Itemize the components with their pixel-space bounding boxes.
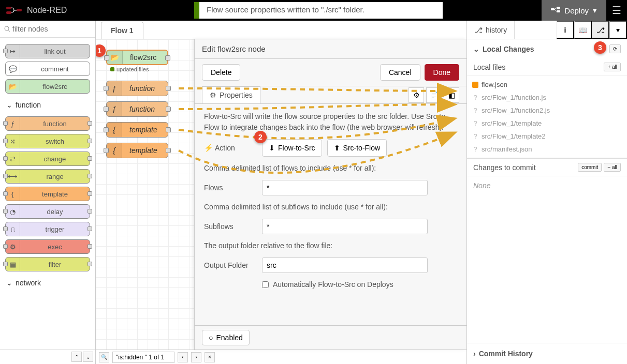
trigger-icon: ⎍ — [6, 222, 20, 236]
sidebar-help-icon-button[interactable]: 📖 — [574, 21, 592, 39]
node-appearance-icon-button[interactable]: ◧ — [444, 87, 459, 103]
search-icon-button[interactable]: 🔍 — [99, 352, 109, 362]
svg-rect-1 — [6, 11, 11, 14]
palette-node-label: link out — [20, 48, 90, 55]
node-settings-icon-button[interactable]: ⚙ — [409, 87, 424, 103]
sidebar-more-icon-button[interactable]: ▾ — [609, 21, 627, 39]
bolt-icon: ⚡ — [204, 143, 213, 154]
palette-node-label: trigger — [20, 225, 90, 233]
palette-node-range[interactable]: ⟷range — [5, 169, 90, 184]
src-to-flow-button[interactable]: ⬆Src-to-Flow — [327, 139, 387, 157]
status-dot-icon — [110, 67, 114, 71]
stage-all-button[interactable]: + all — [604, 63, 621, 71]
done-button[interactable]: Done — [425, 64, 459, 81]
palette-node-exec[interactable]: ⚙exec — [5, 239, 90, 254]
unstage-all-button[interactable]: − all — [604, 163, 621, 172]
function-icon: ƒ — [107, 81, 122, 96]
palette-node-delay[interactable]: ◔delay — [5, 204, 90, 219]
function-icon: ƒ — [107, 102, 122, 116]
editor-description: Flow-to-Src will write the flow source p… — [204, 111, 457, 133]
commit-history-header[interactable]: › Commit History — [467, 343, 627, 364]
palette-node-label: switch — [20, 138, 90, 145]
flow-to-src-button[interactable]: ⬇Flow-to-Src — [262, 139, 322, 157]
canvas-node-label: function — [122, 105, 162, 113]
branch-icon: ⎇ — [474, 26, 483, 34]
canvas-node-template-4[interactable]: {template — [106, 143, 168, 158]
file-name: src/Flow_1/template2 — [482, 132, 546, 140]
brand-title: Node-RED — [27, 6, 67, 15]
palette-category-function[interactable]: ⌄function — [3, 97, 92, 113]
palette-category-network[interactable]: ⌄network — [3, 275, 92, 291]
template-icon: { — [107, 123, 122, 137]
canvas-node-function-2[interactable]: ƒfunction — [106, 101, 168, 117]
subflows-description: Comma delimited list of subflows to incl… — [204, 202, 457, 213]
enabled-toggle-button[interactable]: ○Enabled — [202, 330, 250, 345]
sidebar-history-icon-button[interactable]: ⎇ — [592, 21, 609, 39]
app-header: Node-RED Flow source properties written … — [0, 0, 627, 21]
palette-node-filter[interactable]: ▤filter — [5, 257, 90, 271]
file-name: src/Flow_1/function2.js — [482, 107, 550, 114]
flows-input[interactable] — [262, 180, 428, 195]
close-search-button[interactable]: × — [205, 352, 215, 362]
node-editor-tray: Edit flow2src node Delete Cancel Done ⚙P… — [194, 39, 466, 350]
annotation-callout-3: 3 — [594, 41, 606, 54]
subflows-input[interactable] — [262, 219, 428, 234]
palette-node-flow2src[interactable]: 📂flow2src — [5, 79, 90, 94]
workspace-search-input[interactable] — [112, 352, 174, 363]
delete-button[interactable]: Delete — [202, 64, 240, 81]
palette-node-switch[interactable]: ⤮switch — [5, 134, 90, 148]
workspace-tabs: Flow 1 — [96, 21, 466, 39]
notification-toast: Flow source properties written to "./src… — [194, 2, 443, 19]
deploy-button[interactable]: Deploy ▾ — [542, 0, 606, 21]
new-file-icon: ? — [472, 108, 478, 114]
palette-node-link-out[interactable]: ↦link out — [5, 44, 90, 58]
file-item[interactable]: ?src/Flow_1/function2.js — [467, 104, 627, 117]
tab-properties[interactable]: ⚙Properties — [202, 86, 260, 103]
file-item[interactable]: ?src/Flow_1/template2 — [467, 130, 627, 143]
template-icon: { — [6, 187, 20, 201]
node-description-icon-button[interactable]: 📄 — [426, 87, 442, 103]
palette-node-template[interactable]: {template — [5, 187, 90, 201]
file-item[interactable]: ?src/Flow_1/function.js — [467, 91, 627, 104]
sidebar-panel: ⎇history i 📖 ⎇ ▾ 3 ⌄ Local Changes ⟳ Loc… — [466, 21, 627, 364]
sidebar-tab-history[interactable]: ⎇history — [467, 21, 515, 39]
changes-to-commit-header: Changes to commit commit − all — [467, 159, 627, 176]
palette-node-comment[interactable]: 💬comment — [5, 62, 90, 76]
palette-node-function[interactable]: ƒfunction — [5, 116, 90, 131]
palette-node-trigger[interactable]: ⎍trigger — [5, 222, 90, 236]
palette-panel: ↦link out💬comment📂flow2src ⌄function ƒfu… — [0, 21, 96, 364]
sidebar-info-icon-button[interactable]: i — [557, 21, 574, 39]
chevron-down-icon: ⌄ — [6, 101, 12, 109]
file-name: flow.json — [482, 81, 507, 88]
canvas-node-function-1[interactable]: ƒfunction — [106, 81, 168, 96]
flow-tab[interactable]: Flow 1 — [101, 22, 143, 39]
auto-deploy-checkbox-label[interactable]: Automatically Flow-to-Src on Deploys — [262, 279, 393, 290]
file-item[interactable]: flow.json — [467, 78, 627, 91]
flow2src-icon: 📂 — [107, 51, 123, 64]
cancel-button[interactable]: Cancel — [380, 64, 420, 81]
palette-node-label: function — [20, 120, 90, 128]
canvas-node-flow2src-0[interactable]: 📂flow2src — [106, 50, 168, 65]
palette-collapse-down-button[interactable]: ⌄ — [83, 352, 93, 362]
next-result-button[interactable]: › — [191, 352, 201, 362]
hamburger-menu-button[interactable]: ☰ — [606, 0, 627, 21]
output-folder-input[interactable] — [262, 257, 428, 273]
canvas-node-label: template — [122, 126, 165, 134]
canvas-node-label: template — [122, 146, 165, 155]
file-item[interactable]: ?src/manifest.json — [467, 143, 627, 156]
new-file-icon: ? — [472, 120, 478, 127]
file-item[interactable]: ?src/Flow_1/template — [467, 117, 627, 130]
svg-rect-5 — [557, 10, 560, 12]
canvas-node-template-3[interactable]: {template — [106, 122, 168, 138]
auto-deploy-checkbox[interactable] — [262, 281, 269, 288]
palette-node-change[interactable]: ⇄change — [5, 151, 90, 166]
refresh-changes-button[interactable]: ⟳ — [609, 44, 621, 53]
action-label: ⚡Action — [204, 143, 256, 154]
local-files-header: Local files + all — [467, 58, 627, 76]
palette-collapse-up-button[interactable]: ⌃ — [71, 352, 82, 362]
chevron-down-icon: ⌄ — [473, 45, 479, 53]
prev-result-button[interactable]: ‹ — [178, 352, 188, 362]
palette-filter-input[interactable] — [4, 25, 91, 33]
commit-button[interactable]: commit — [578, 163, 602, 172]
annotation-callout-2: 2 — [254, 131, 267, 143]
